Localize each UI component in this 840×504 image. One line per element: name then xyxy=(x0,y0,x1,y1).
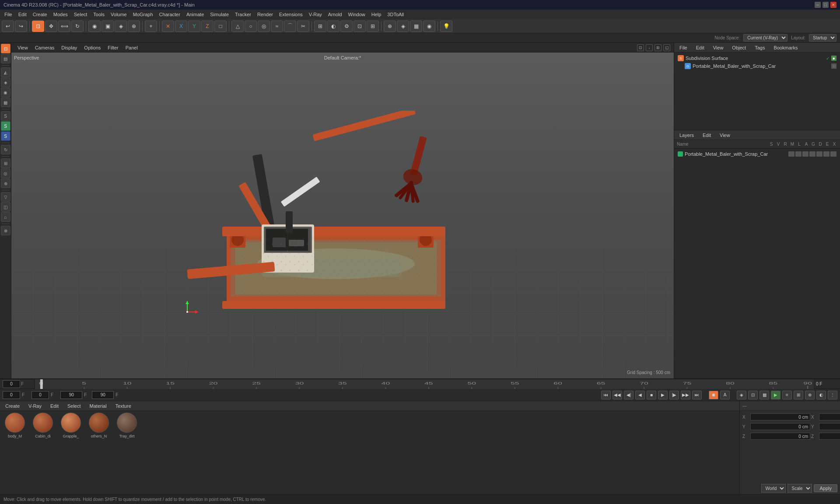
viewport-ctrl-3[interactable]: ⊞ xyxy=(654,44,662,51)
keyframe-mode-2[interactable]: ⊡ xyxy=(748,391,758,399)
viewport-menu-cameras[interactable]: Cameras xyxy=(32,44,57,51)
mat-material[interactable]: Material xyxy=(87,402,109,410)
left-tool-12[interactable]: ⊕ xyxy=(1,178,10,188)
sculpt-button[interactable]: ◎ xyxy=(258,21,270,32)
om-file[interactable]: File xyxy=(677,44,690,51)
mat-select[interactable]: Select xyxy=(65,402,84,410)
layout-select[interactable]: Startup xyxy=(809,34,836,42)
left-tool-6[interactable]: S xyxy=(1,111,10,121)
left-tool-8[interactable]: S xyxy=(1,131,10,141)
texture-mode-button[interactable]: ◈ xyxy=(115,21,127,32)
coord-sys-button[interactable]: □ xyxy=(214,21,227,32)
coord-p-input[interactable] xyxy=(819,423,840,430)
knife-button[interactable]: ✂ xyxy=(297,21,309,32)
hair-button[interactable]: ≈ xyxy=(271,21,283,32)
material-others[interactable]: others_N xyxy=(88,413,110,438)
toggle-z-button[interactable]: Z xyxy=(201,21,214,32)
mat-create[interactable]: Create xyxy=(3,402,22,410)
menu-3dtoall[interactable]: 3DToAll xyxy=(385,11,406,18)
go-start-button[interactable]: ⏮ xyxy=(601,391,611,399)
om-object[interactable]: Object xyxy=(729,44,749,51)
om-bookmarks[interactable]: Bookmarks xyxy=(771,44,800,51)
mat-vray[interactable]: V-Ray xyxy=(26,402,44,410)
viewport-menu-display[interactable]: Display xyxy=(59,44,80,51)
play-reverse-button[interactable]: ◀ xyxy=(635,391,645,399)
object-mode-button[interactable]: ▣ xyxy=(102,21,114,32)
scale-tool-button[interactable]: ⟺ xyxy=(58,21,70,32)
menu-simulate[interactable]: Simulate xyxy=(207,11,231,18)
layers-menu[interactable]: Layers xyxy=(677,132,696,139)
live-select-button[interactable]: ⊡ xyxy=(32,21,44,32)
render-mode-4[interactable]: ⊕ xyxy=(805,391,815,399)
nodespace-select[interactable]: Current (V-Ray) xyxy=(743,34,788,42)
viewport[interactable]: Perspective Default Camera:* Grid Spacin… xyxy=(11,52,674,378)
play-button[interactable]: ▶ xyxy=(658,391,668,399)
current-frame-input[interactable] xyxy=(32,391,49,399)
menu-file[interactable]: File xyxy=(2,11,15,18)
menu-help[interactable]: Help xyxy=(369,11,384,18)
layers-view[interactable]: View xyxy=(717,132,733,139)
toggle-y-button[interactable]: Y xyxy=(188,21,200,32)
coord-z-input[interactable] xyxy=(750,433,810,440)
left-tool-0[interactable]: ⊡ xyxy=(1,44,10,53)
rotate-tool-button[interactable]: ↻ xyxy=(71,21,84,32)
menu-render[interactable]: Render xyxy=(255,11,276,18)
render-region-button[interactable]: ◈ xyxy=(397,21,409,32)
viewport-ctrl-1[interactable]: ⊡ xyxy=(637,44,644,51)
menu-edit[interactable]: Edit xyxy=(16,11,29,18)
om-edit[interactable]: Edit xyxy=(693,44,707,51)
obj-item-baler[interactable]: G Portable_Metal_Baler_with_Scrap_Car □ xyxy=(676,62,838,70)
picture-viewer-button[interactable]: ⊞ xyxy=(367,21,379,32)
left-tool-15[interactable]: ⌂ xyxy=(1,212,10,222)
render-mode-5[interactable]: ◐ xyxy=(816,391,826,399)
coord-x-input[interactable] xyxy=(750,413,810,420)
autokey-button[interactable]: A xyxy=(720,391,730,399)
stop-button[interactable]: ■ xyxy=(647,391,656,399)
maximize-button[interactable]: □ xyxy=(822,2,829,8)
snapping-button[interactable]: ⊕ xyxy=(384,21,396,32)
render-mode-2[interactable]: ≡ xyxy=(782,391,792,399)
render-settings-button[interactable]: ⚙ xyxy=(340,21,353,32)
menu-mograph[interactable]: MoGraph xyxy=(130,11,156,18)
om-view[interactable]: View xyxy=(710,44,726,51)
minimize-button[interactable]: ─ xyxy=(815,2,821,8)
redo-button[interactable]: ↪ xyxy=(15,21,27,32)
record-button[interactable]: ⏺ xyxy=(709,391,718,399)
render-mode-3[interactable]: ⊞ xyxy=(794,391,803,399)
range-end-input[interactable] xyxy=(92,391,114,399)
poly-pen-button[interactable]: △ xyxy=(231,21,244,32)
restrict-selection-button[interactable]: ✕ xyxy=(162,21,174,32)
viewport-menu-view[interactable]: View xyxy=(15,44,31,51)
material-cabin[interactable]: Cabin_di xyxy=(32,413,54,438)
start-frame-input[interactable] xyxy=(3,391,20,399)
left-tool-14[interactable]: ◫ xyxy=(1,202,10,212)
next-frame-button[interactable]: |▶ xyxy=(669,391,679,399)
layers-edit[interactable]: Edit xyxy=(700,132,714,139)
material-body[interactable]: body_M xyxy=(4,413,26,438)
layer-item-baler[interactable]: Portable_Metal_Baler_with_Scrap_Car xyxy=(676,150,838,158)
apply-button[interactable]: Apply xyxy=(814,484,837,492)
light-button[interactable]: ◐ xyxy=(327,21,340,32)
vray-sphere-button[interactable]: ◉ xyxy=(423,21,435,32)
spline-button[interactable]: ⌒ xyxy=(284,21,296,32)
coord-world-select[interactable]: World xyxy=(761,484,786,493)
left-tool-3[interactable]: ◈ xyxy=(1,77,10,87)
viewport-menu-panel[interactable]: Panel xyxy=(123,44,140,51)
step-back-button[interactable]: ◀◀ xyxy=(612,391,622,399)
coord-h-input[interactable] xyxy=(819,413,840,420)
viewport-menu-options[interactable]: Options xyxy=(81,44,103,51)
menu-tools[interactable]: Tools xyxy=(91,11,107,18)
workplane-button[interactable]: ⊕ xyxy=(128,21,140,32)
obj-item-subdivision[interactable]: S Subdivision Surface ✓ ■ xyxy=(676,54,838,62)
step-forward-button[interactable]: ▶▶ xyxy=(681,391,690,399)
close-button[interactable]: ✕ xyxy=(830,2,836,8)
menu-select[interactable]: Select xyxy=(71,11,90,18)
om-tags[interactable]: Tags xyxy=(752,44,767,51)
left-tool-7[interactable]: S xyxy=(1,121,10,131)
render-view-button[interactable]: ⊡ xyxy=(354,21,366,32)
vray-render-btn[interactable]: ▶ xyxy=(771,391,780,399)
timeline-ruler[interactable]: 0 5 10 15 20 25 30 35 40 xyxy=(35,379,814,389)
move-tool-button[interactable]: ✥ xyxy=(45,21,57,32)
menu-modes[interactable]: Modes xyxy=(51,11,70,18)
coord-b-input[interactable] xyxy=(819,433,840,440)
